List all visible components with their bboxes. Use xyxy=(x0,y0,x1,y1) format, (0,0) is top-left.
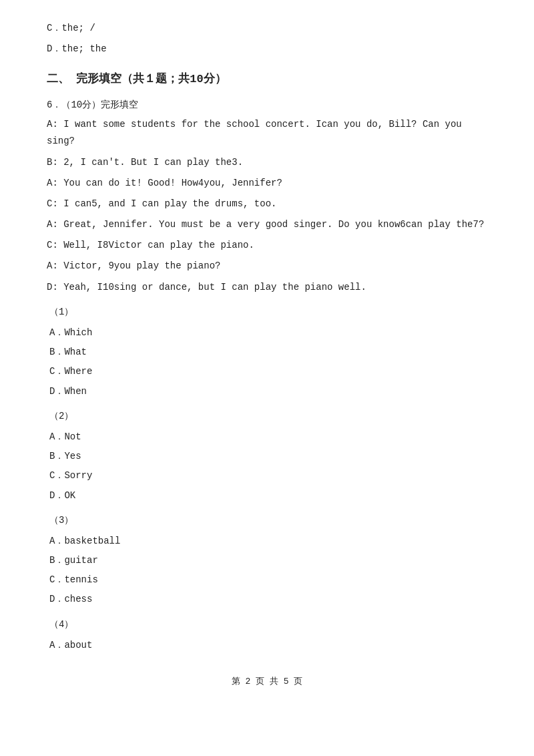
question6-label: 6．（10分）完形填空 xyxy=(47,97,487,114)
option-c-the-slash: C．the; / xyxy=(47,20,487,37)
sub-q2-number: （2） xyxy=(47,408,487,425)
sub-q2-optA: A．Not xyxy=(47,429,487,445)
dialogue-line-8: D: Yeah, I10sing or dance, but I can pla… xyxy=(47,279,487,296)
sub-q3-optD: D．chess xyxy=(47,591,487,608)
sub-q2-optC: C．Sorry xyxy=(47,467,487,484)
sub-q4-optA: A．about xyxy=(47,637,487,654)
sub-q1-optC: C．Where xyxy=(47,363,487,380)
sub-q1-number: （1） xyxy=(47,304,487,321)
dialogue-line-5: A: Great, Jennifer. You must be a very g… xyxy=(47,216,487,233)
sub-q2-optB: B．Yes xyxy=(47,448,487,465)
dialogue-line-7: A: Victor, 9you play the piano? xyxy=(47,258,487,274)
option-d-the-the: D．the; the xyxy=(47,41,487,57)
dialogue-line-6: C: Well, I8Victor can play the piano. xyxy=(47,237,487,254)
sub-q4-number: （4） xyxy=(47,616,487,633)
sub-q1-optA: A．Which xyxy=(47,325,487,341)
sub-q3-optB: B．guitar xyxy=(47,552,487,569)
page-footer: 第 2 页 共 5 页 xyxy=(47,674,487,689)
sub-q3-optA: A．basketball xyxy=(47,533,487,550)
sub-q1-optD: D．When xyxy=(47,383,487,400)
dialogue-line-4: C: I can5, and I can play the drums, too… xyxy=(47,196,487,212)
section2-title: 二、 完形填空（共１题；共10分） xyxy=(47,69,487,90)
sub-q1-optB: B．What xyxy=(47,344,487,361)
dialogue-line-3: A: You can do it! Good! How4you, Jennife… xyxy=(47,175,487,192)
sub-q2-optD: D．OK xyxy=(47,488,487,504)
sub-questions-block: （1） A．Which B．What C．Where D．When （2） A．… xyxy=(47,304,487,654)
sub-q3-optC: C．tennis xyxy=(47,572,487,588)
page-content: C．the; / D．the; the 二、 完形填空（共１题；共10分） 6．… xyxy=(47,20,487,689)
dialogue-line-1: A: I want some students for the school c… xyxy=(47,116,487,150)
dialogue-line-2: B: 2, I can't. But I can play the3. xyxy=(47,154,487,171)
dialogue-block: A: I want some students for the school c… xyxy=(47,116,487,296)
sub-q3-number: （3） xyxy=(47,512,487,529)
